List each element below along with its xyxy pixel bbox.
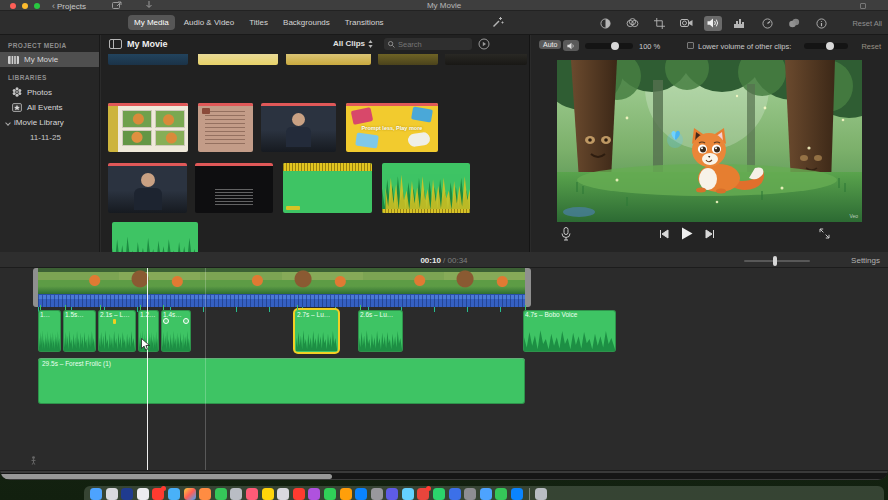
dock-icon-23[interactable] [433,488,445,500]
clip-filters-icon[interactable] [785,16,803,31]
fade-handle[interactable] [183,318,189,324]
video-clip-filmstrip[interactable] [38,268,525,294]
media-thumbnail-webcam[interactable] [108,163,187,213]
playhead[interactable] [147,268,148,470]
audio-clip-7[interactable]: 2.6s – Lu… [358,310,403,352]
noise-reduction-icon[interactable] [731,16,749,31]
lower-volume-knob[interactable] [826,42,834,50]
dock-icon-20[interactable] [386,488,398,500]
dock-icon-25[interactable] [464,488,476,500]
dock-icon-trash[interactable] [535,488,547,500]
skim-play-circle-icon[interactable] [478,38,490,50]
dock-icon-4[interactable] [137,488,149,500]
media-thumbnail[interactable] [378,54,438,65]
color-balance-icon[interactable] [596,16,614,31]
dock-icon-15[interactable] [308,488,320,500]
timeline-settings-button[interactable]: Settings [851,256,880,265]
dock-icon-11[interactable] [246,488,258,500]
sidebar-toggle-icon[interactable] [109,39,122,49]
tab-backgrounds[interactable]: Backgrounds [277,15,336,30]
sidebar-item-my-movie[interactable]: My Movie [0,52,99,67]
dock-icon-27[interactable] [495,488,507,500]
media-thumbnail-fox-grid[interactable] [108,103,188,152]
reset-all-button[interactable]: Reset All [852,19,882,28]
media-thumbnail-audio[interactable] [283,163,372,213]
volume-slider[interactable] [585,43,633,49]
speed-icon[interactable] [758,16,776,31]
clip-info-icon[interactable] [812,16,830,31]
preview-viewer[interactable]: Veo [557,60,862,222]
media-thumbnail-audio[interactable] [382,163,470,213]
enhance-wand-icon[interactable] [492,16,504,28]
volume-keyframe-dot[interactable] [113,319,116,324]
dock-icon-22[interactable] [417,488,429,500]
auto-volume-button[interactable]: Auto [539,40,561,49]
media-thumbnail-document[interactable] [198,103,253,152]
background-music-clip[interactable]: 29.5s – Forest Frolic (1) [38,358,525,404]
dock-icon-2[interactable] [106,488,118,500]
media-thumbnail-audio[interactable] [112,222,198,252]
dock-icon-8[interactable] [199,488,211,500]
dock-icon-26[interactable] [480,488,492,500]
tab-audio-video[interactable]: Audio & Video [178,15,241,30]
lower-volume-checkbox[interactable] [687,42,694,49]
media-thumbnail-webcam[interactable] [261,103,336,152]
play-button[interactable] [681,227,693,240]
crop-icon[interactable] [650,16,668,31]
sidebar-item-imovie-library[interactable]: iMovie Library [0,115,99,130]
dock-icon-7[interactable] [184,488,196,500]
dock-icon-24[interactable] [449,488,461,500]
dock-icon-28[interactable] [511,488,523,500]
search-input[interactable] [398,40,462,49]
mute-button[interactable] [563,40,579,51]
media-thumbnail-screen-recording[interactable] [195,163,273,213]
reset-button[interactable]: Reset [861,42,881,51]
clip-trim-handle-right[interactable] [525,268,531,307]
dock-icon-5[interactable] [152,488,164,500]
video-audio-waveform[interactable] [38,294,525,307]
clip-filter-dropdown[interactable]: All Clips [333,39,373,48]
dock-icon-3[interactable] [121,488,133,500]
timeline[interactable]: 1… 1.5s… 2.1s – L… 1.2… 1.4s… [0,268,888,470]
dock-icon-9[interactable] [215,488,227,500]
volume-icon[interactable] [704,16,722,31]
previous-frame-button[interactable] [659,229,669,239]
dock-icon-14[interactable] [293,488,305,500]
next-frame-button[interactable] [705,229,715,239]
media-thumbnail[interactable] [108,54,188,65]
dock-icon-18[interactable] [355,488,367,500]
voiceover-mic-icon[interactable] [561,227,571,241]
timeline-zoom-knob[interactable] [773,256,777,266]
dock-icon-19[interactable] [371,488,383,500]
audio-clip-5[interactable]: 1.4s… [161,310,191,352]
sidebar-item-event-date[interactable]: 11-11-25 [0,130,99,145]
timeline-zoom-slider[interactable] [744,260,810,262]
audio-clip-3[interactable]: 2.1s – L… [98,310,136,352]
fade-handle[interactable] [163,318,169,324]
sidebar-item-all-events[interactable]: All Events [0,100,99,115]
horizontal-scrollbar-thumb[interactable] [0,474,332,479]
audio-clip-2[interactable]: 1.5s… [63,310,96,352]
tab-my-media[interactable]: My Media [128,15,175,30]
media-thumbnail-promo[interactable]: Prompt less, Play more [346,103,438,152]
volume-slider-knob[interactable] [611,42,619,50]
search-field[interactable] [384,38,472,50]
media-thumbnail[interactable] [445,54,527,65]
stabilization-camera-icon[interactable] [677,16,695,31]
dock-icon-21[interactable] [402,488,414,500]
dock-icon-16[interactable] [324,488,336,500]
dock-icon-10[interactable] [230,488,242,500]
color-correction-icon[interactable] [623,16,641,31]
dock-icon-13[interactable] [277,488,289,500]
dock-icon-17[interactable] [340,488,352,500]
dock-icon-1[interactable] [90,488,102,500]
tab-titles[interactable]: Titles [243,15,274,30]
fullscreen-icon[interactable] [819,228,830,239]
dock-icon-6[interactable] [168,488,180,500]
sidebar-item-photos[interactable]: Photos [0,84,99,100]
media-thumbnail[interactable] [198,54,278,65]
audio-clip-1[interactable]: 1… [38,310,61,352]
dock-icon-12[interactable] [262,488,274,500]
tab-transitions[interactable]: Transitions [339,15,390,30]
audio-clip-bobo-voice[interactable]: 4.7s – Bobo Voice [523,310,616,352]
